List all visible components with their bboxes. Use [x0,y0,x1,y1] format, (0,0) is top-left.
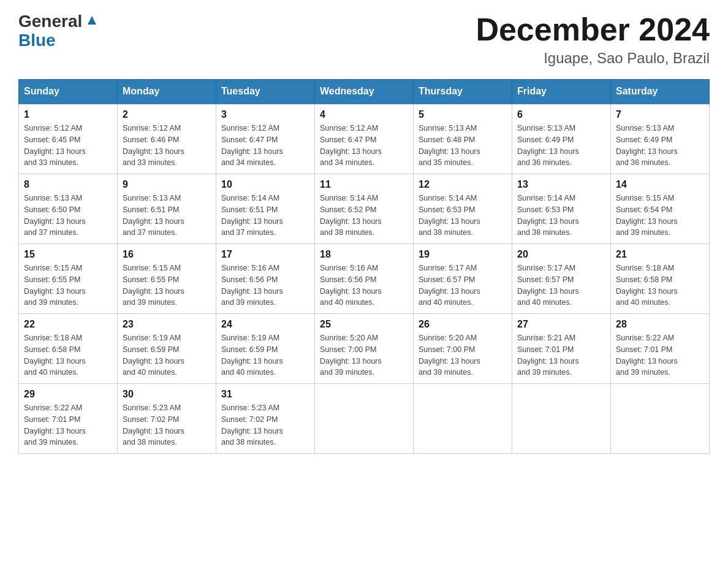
day-info: Sunrise: 5:14 AMSunset: 6:53 PMDaylight:… [517,194,579,237]
calendar-header: Sunday Monday Tuesday Wednesday Thursday… [19,80,710,104]
day-info: Sunrise: 5:14 AMSunset: 6:51 PMDaylight:… [221,194,283,237]
day-info: Sunrise: 5:14 AMSunset: 6:52 PMDaylight:… [320,194,382,237]
month-year-title: December 2024 [476,12,710,47]
table-row: 26Sunrise: 5:20 AMSunset: 7:00 PMDayligh… [414,314,512,384]
day-info: Sunrise: 5:13 AMSunset: 6:50 PMDaylight:… [24,194,86,237]
day-info: Sunrise: 5:18 AMSunset: 6:58 PMDaylight:… [616,264,678,307]
day-info: Sunrise: 5:12 AMSunset: 6:46 PMDaylight:… [123,124,184,167]
day-number: 3 [221,109,309,120]
day-info: Sunrise: 5:16 AMSunset: 6:56 PMDaylight:… [221,264,283,307]
day-number: 13 [517,179,605,190]
col-thursday: Thursday [414,80,512,104]
table-row: 4Sunrise: 5:12 AMSunset: 6:47 PMDaylight… [315,104,414,174]
day-number: 25 [320,319,408,330]
table-row [315,384,414,454]
day-number: 11 [320,179,408,190]
day-info: Sunrise: 5:22 AMSunset: 7:01 PMDaylight:… [616,334,678,377]
day-number: 28 [616,319,704,330]
day-info: Sunrise: 5:22 AMSunset: 7:01 PMDaylight:… [24,404,86,446]
logo-triangle-icon [85,12,99,31]
day-info: Sunrise: 5:12 AMSunset: 6:45 PMDaylight:… [24,124,86,167]
day-number: 8 [24,179,112,190]
location-subtitle: Iguape, Sao Paulo, Brazil [476,50,710,67]
day-number: 5 [419,109,507,120]
col-monday: Monday [118,80,216,104]
day-info: Sunrise: 5:18 AMSunset: 6:58 PMDaylight:… [24,334,86,377]
table-row: 30Sunrise: 5:23 AMSunset: 7:02 PMDayligh… [118,384,216,454]
logo-blue: Blue [18,31,56,50]
table-row: 3Sunrise: 5:12 AMSunset: 6:47 PMDaylight… [216,104,315,174]
table-row: 17Sunrise: 5:16 AMSunset: 6:56 PMDayligh… [216,244,315,314]
day-info: Sunrise: 5:21 AMSunset: 7:01 PMDaylight:… [517,334,579,377]
day-info: Sunrise: 5:17 AMSunset: 6:57 PMDaylight:… [517,264,579,307]
day-number: 24 [221,319,309,330]
table-row: 25Sunrise: 5:20 AMSunset: 7:00 PMDayligh… [315,314,414,384]
table-row: 6Sunrise: 5:13 AMSunset: 6:49 PMDaylight… [512,104,611,174]
day-info: Sunrise: 5:17 AMSunset: 6:57 PMDaylight:… [419,264,480,307]
svg-marker-0 [88,16,96,25]
day-number: 30 [123,389,211,400]
day-number: 17 [221,249,309,260]
day-number: 20 [517,249,605,260]
table-row: 11Sunrise: 5:14 AMSunset: 6:52 PMDayligh… [315,174,414,244]
table-row: 1Sunrise: 5:12 AMSunset: 6:45 PMDaylight… [19,104,118,174]
title-area: December 2024 Iguape, Sao Paulo, Brazil [476,12,710,67]
day-info: Sunrise: 5:19 AMSunset: 6:59 PMDaylight:… [123,334,184,377]
table-row: 13Sunrise: 5:14 AMSunset: 6:53 PMDayligh… [512,174,611,244]
day-number: 2 [123,109,211,120]
table-row: 18Sunrise: 5:16 AMSunset: 6:56 PMDayligh… [315,244,414,314]
table-row: 28Sunrise: 5:22 AMSunset: 7:01 PMDayligh… [611,314,710,384]
col-tuesday: Tuesday [216,80,315,104]
day-number: 18 [320,249,408,260]
day-number: 4 [320,109,408,120]
day-number: 1 [24,109,112,120]
day-number: 21 [616,249,704,260]
table-row: 31Sunrise: 5:23 AMSunset: 7:02 PMDayligh… [216,384,315,454]
day-info: Sunrise: 5:20 AMSunset: 7:00 PMDaylight:… [419,334,480,377]
table-row: 7Sunrise: 5:13 AMSunset: 6:49 PMDaylight… [611,104,710,174]
day-number: 9 [123,179,211,190]
day-info: Sunrise: 5:12 AMSunset: 6:47 PMDaylight:… [221,124,283,167]
day-number: 6 [517,109,605,120]
header-area: General Blue December 2024 Iguape, Sao P… [18,12,710,67]
table-row: 24Sunrise: 5:19 AMSunset: 6:59 PMDayligh… [216,314,315,384]
table-row: 12Sunrise: 5:14 AMSunset: 6:53 PMDayligh… [414,174,512,244]
table-row: 10Sunrise: 5:14 AMSunset: 6:51 PMDayligh… [216,174,315,244]
table-row: 22Sunrise: 5:18 AMSunset: 6:58 PMDayligh… [19,314,118,384]
table-row: 5Sunrise: 5:13 AMSunset: 6:48 PMDaylight… [414,104,512,174]
day-info: Sunrise: 5:23 AMSunset: 7:02 PMDaylight:… [221,404,283,446]
calendar-table: Sunday Monday Tuesday Wednesday Thursday… [18,79,710,454]
day-info: Sunrise: 5:19 AMSunset: 6:59 PMDaylight:… [221,334,283,377]
table-row: 2Sunrise: 5:12 AMSunset: 6:46 PMDaylight… [118,104,216,174]
logo-general: General [18,12,82,31]
table-row [611,384,710,454]
day-info: Sunrise: 5:15 AMSunset: 6:55 PMDaylight:… [24,264,86,307]
day-number: 12 [419,179,507,190]
day-number: 29 [24,389,112,400]
day-info: Sunrise: 5:20 AMSunset: 7:00 PMDaylight:… [320,334,382,377]
day-info: Sunrise: 5:23 AMSunset: 7:02 PMDaylight:… [123,404,184,446]
day-info: Sunrise: 5:16 AMSunset: 6:56 PMDaylight:… [320,264,382,307]
col-wednesday: Wednesday [315,80,414,104]
col-sunday: Sunday [19,80,118,104]
table-row: 8Sunrise: 5:13 AMSunset: 6:50 PMDaylight… [19,174,118,244]
day-number: 27 [517,319,605,330]
table-row: 16Sunrise: 5:15 AMSunset: 6:55 PMDayligh… [118,244,216,314]
day-number: 10 [221,179,309,190]
day-number: 22 [24,319,112,330]
table-row: 23Sunrise: 5:19 AMSunset: 6:59 PMDayligh… [118,314,216,384]
day-info: Sunrise: 5:14 AMSunset: 6:53 PMDaylight:… [419,194,480,237]
day-info: Sunrise: 5:13 AMSunset: 6:49 PMDaylight:… [616,124,678,167]
col-saturday: Saturday [611,80,710,104]
table-row: 9Sunrise: 5:13 AMSunset: 6:51 PMDaylight… [118,174,216,244]
table-row: 19Sunrise: 5:17 AMSunset: 6:57 PMDayligh… [414,244,512,314]
day-number: 26 [419,319,507,330]
day-number: 23 [123,319,211,330]
table-row: 21Sunrise: 5:18 AMSunset: 6:58 PMDayligh… [611,244,710,314]
day-number: 16 [123,249,211,260]
day-info: Sunrise: 5:15 AMSunset: 6:55 PMDaylight:… [123,264,184,307]
table-row: 29Sunrise: 5:22 AMSunset: 7:01 PMDayligh… [19,384,118,454]
day-number: 7 [616,109,704,120]
calendar-body: 1Sunrise: 5:12 AMSunset: 6:45 PMDaylight… [19,104,710,454]
table-row [512,384,611,454]
